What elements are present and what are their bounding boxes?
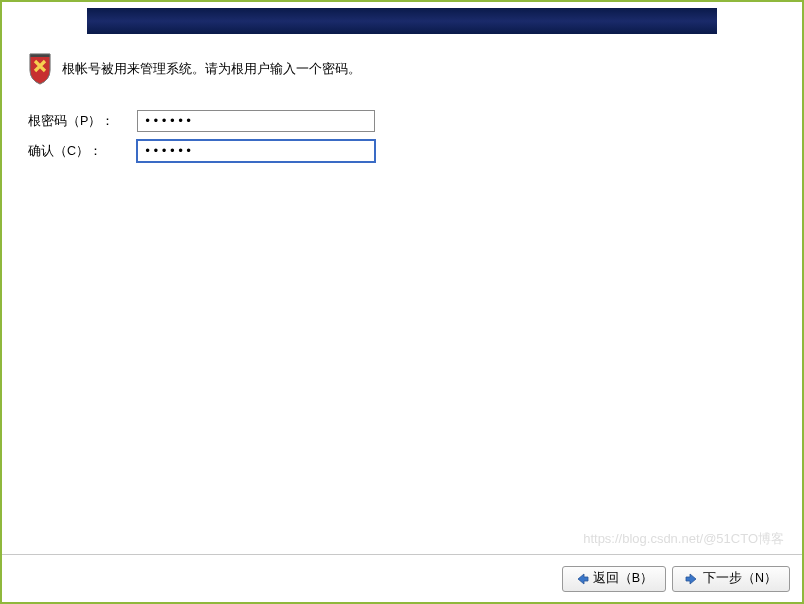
- confirm-label: 确认（C）：: [22, 143, 137, 160]
- back-button-label: 返回（B）: [593, 570, 653, 587]
- back-button[interactable]: 返回（B）: [562, 566, 666, 592]
- button-bar: 返回（B） 下一步（N）: [2, 554, 802, 602]
- main-content: 根帐号被用来管理系统。请为根用户输入一个密码。 根密码（P）： 确认（C）：: [2, 34, 802, 188]
- arrow-right-icon: [685, 572, 699, 586]
- arrow-left-icon: [575, 572, 589, 586]
- description-text: 根帐号被用来管理系统。请为根用户输入一个密码。: [62, 61, 361, 78]
- confirm-row: 确认（C）：: [22, 140, 782, 162]
- confirm-input[interactable]: [137, 140, 375, 162]
- next-button[interactable]: 下一步（N）: [672, 566, 790, 592]
- watermark-text: https://blog.csdn.net/@51CTO博客: [583, 530, 784, 548]
- password-label: 根密码（P）：: [22, 113, 137, 130]
- shield-icon: [26, 52, 54, 86]
- header-bar: [87, 8, 717, 34]
- header-row: 根帐号被用来管理系统。请为根用户输入一个密码。: [26, 52, 782, 86]
- password-row: 根密码（P）：: [22, 110, 782, 132]
- password-form: 根密码（P）： 确认（C）：: [22, 110, 782, 162]
- next-button-label: 下一步（N）: [703, 570, 777, 587]
- password-input[interactable]: [137, 110, 375, 132]
